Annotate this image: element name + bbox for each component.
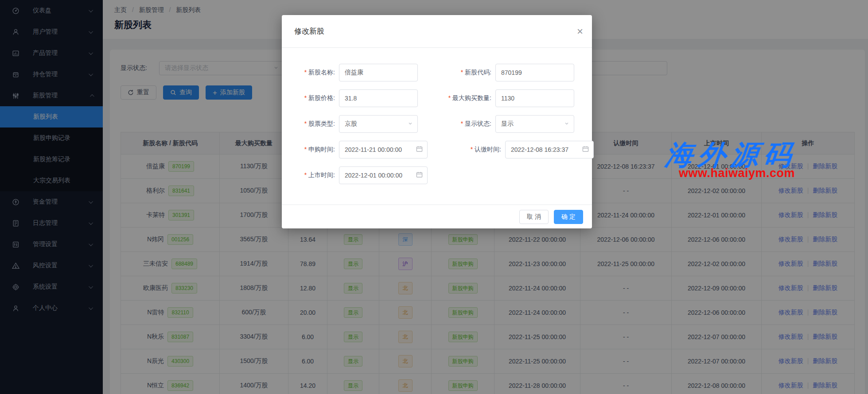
required-asterisk: * <box>471 146 473 153</box>
field-label: *上市时间: <box>282 171 339 179</box>
modal-header: 修改新股 × <box>282 15 592 48</box>
field-label: *股票类型: <box>282 120 339 128</box>
认缴时间-date-input[interactable]: 2022-12-08 16:23:37 <box>505 141 594 158</box>
form-field-新股代码: *新股代码:870199 <box>418 64 574 81</box>
required-asterisk: * <box>304 69 307 76</box>
required-asterisk: * <box>461 120 463 127</box>
modal-form-row: *申购时间:2022-11-21 00:00:00*认缴时间:2022-12-0… <box>282 141 592 158</box>
modal-footer: 取 消 确 定 <box>282 205 592 228</box>
field-label: *新股名称: <box>282 69 339 77</box>
required-asterisk: * <box>304 120 307 127</box>
modal-form-row: *新股名称:倍益康*新股代码:870199 <box>282 64 592 81</box>
calendar-icon <box>416 146 423 154</box>
申购时间-date-input[interactable]: 2022-11-21 00:00:00 <box>339 141 428 158</box>
required-asterisk: * <box>304 146 307 153</box>
chevron-down-icon <box>564 120 569 127</box>
required-asterisk: * <box>448 94 451 101</box>
上市时间-date-input[interactable]: 2022-12-01 00:00:00 <box>339 166 428 184</box>
form-field-显示状态: *显示状态:显示 <box>418 115 574 133</box>
required-asterisk: * <box>304 94 307 101</box>
form-field-最大购买数量: *最大购买数量:1130 <box>418 89 574 107</box>
required-asterisk: * <box>304 171 307 178</box>
form-field-认缴时间: *认缴时间:2022-12-08 16:23:37 <box>428 141 594 158</box>
form-field-新股价格: *新股价格:31.8 <box>282 89 418 107</box>
chevron-down-icon <box>408 120 413 127</box>
form-field-股票类型: *股票类型:京股 <box>282 115 418 133</box>
calendar-icon <box>582 146 589 154</box>
close-icon[interactable]: × <box>577 26 583 37</box>
form-field-新股名称: *新股名称:倍益康 <box>282 64 418 81</box>
edit-stock-modal: 修改新股 × *新股名称:倍益康*新股代码:870199*新股价格:31.8*最… <box>282 15 592 228</box>
modal-form-row: *上市时间:2022-12-01 00:00:00 <box>282 166 592 184</box>
显示状态-select[interactable]: 显示 <box>495 115 574 133</box>
required-asterisk: * <box>461 69 463 76</box>
最大购买数量-input[interactable]: 1130 <box>495 89 574 107</box>
field-label: *最大购买数量: <box>418 94 495 102</box>
modal-form-row: *新股价格:31.8*最大购买数量:1130 <box>282 89 592 107</box>
field-label: *申购时间: <box>282 146 339 154</box>
field-label: *新股代码: <box>418 69 495 77</box>
calendar-icon <box>416 171 423 179</box>
confirm-button[interactable]: 确 定 <box>554 210 583 224</box>
modal-title: 修改新股 <box>294 26 577 36</box>
form-field-上市时间: *上市时间:2022-12-01 00:00:00 <box>282 166 428 184</box>
股票类型-select[interactable]: 京股 <box>339 115 418 133</box>
field-label: *认缴时间: <box>428 146 505 154</box>
form-field-申购时间: *申购时间:2022-11-21 00:00:00 <box>282 141 428 158</box>
field-label: *显示状态: <box>418 120 495 128</box>
新股代码-input[interactable]: 870199 <box>495 64 574 81</box>
modal-body: *新股名称:倍益康*新股代码:870199*新股价格:31.8*最大购买数量:1… <box>282 48 592 184</box>
新股价格-input[interactable]: 31.8 <box>339 89 418 107</box>
field-label: *新股价格: <box>282 94 339 102</box>
modal-form-row: *股票类型:京股*显示状态:显示 <box>282 115 592 133</box>
cancel-button[interactable]: 取 消 <box>519 210 549 224</box>
新股名称-input[interactable]: 倍益康 <box>339 64 418 81</box>
